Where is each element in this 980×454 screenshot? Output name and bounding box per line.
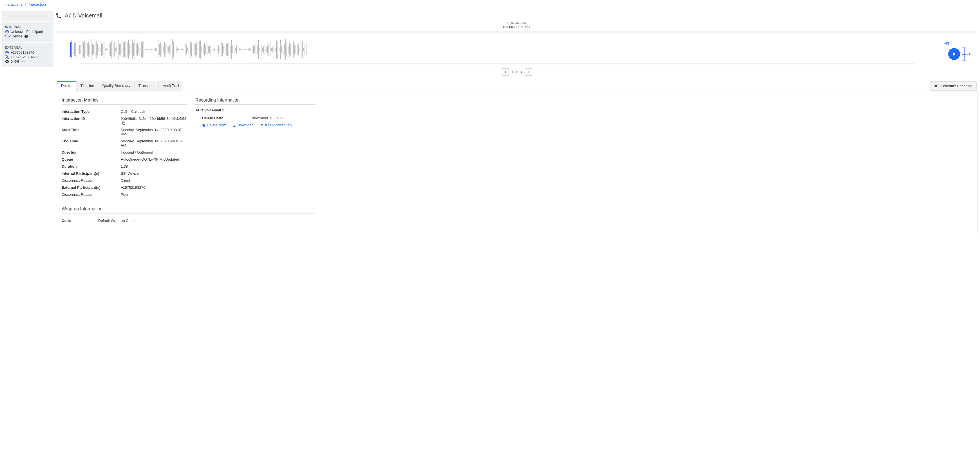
- svg-rect-8: [6, 61, 8, 62]
- wrapup-code-label: Code: [62, 219, 98, 223]
- waveform-scrollbar[interactable]: [80, 63, 915, 64]
- svg-point-1: [6, 31, 8, 32]
- breadcrumb-root-link[interactable]: Interactions: [3, 2, 22, 6]
- delete-now-link[interactable]: Delete Now: [202, 123, 226, 127]
- internal-participant-box: INTERNAL Unknown Participant SIP Device: [2, 22, 54, 42]
- progress-time: 0m 00s / 0m 12s: [57, 25, 976, 29]
- sentiment-neutral-icon: [5, 60, 9, 63]
- keep-label: Keep Indefinitely: [265, 123, 292, 127]
- pager-prev-button[interactable]: [501, 68, 509, 76]
- breadcrumb: Interactions / Interaction: [0, 0, 980, 9]
- breadcrumb-separator: /: [23, 2, 28, 6]
- pager-current: 1: [512, 70, 514, 74]
- page-title: ACD Voicemail: [65, 13, 102, 19]
- sec-unit: s: [513, 25, 515, 29]
- metric-direction-label: Direction: [62, 150, 121, 154]
- tabs: Details Timeline Quality Summary Transcr…: [56, 81, 978, 91]
- internal-heading: INTERNAL: [5, 25, 51, 29]
- min-unit-2: m: [520, 25, 523, 29]
- metric-end-value: Monday, September 14, 2020 9:40:16 AM: [121, 139, 187, 148]
- external-heading: EXTERNAL: [5, 46, 51, 49]
- sentiment-count: 0: [11, 60, 13, 63]
- svg-point-6: [6, 51, 8, 52]
- volume-icon[interactable]: [944, 41, 949, 46]
- whistle-icon: [934, 83, 939, 89]
- delete-date-label: Delete Date:: [202, 116, 251, 120]
- svg-point-11: [938, 84, 939, 84]
- metric-start-value: Monday, September 14, 2020 9:38:37 AM: [121, 128, 187, 136]
- svg-point-10: [937, 84, 937, 85]
- participants-sidebar: INTERNAL Unknown Participant SIP Device …: [2, 11, 54, 233]
- metric-intpart-label: Internal Participant(s): [62, 171, 121, 176]
- delete-date-value: November 13, 2020: [251, 116, 283, 120]
- metric-type-value: Call Callback: [121, 110, 145, 114]
- download-link[interactable]: Download: [232, 123, 254, 127]
- sec-unit-2: s: [528, 25, 530, 29]
- sentiment-pct: 0%: [14, 60, 19, 63]
- progress-bar[interactable]: [57, 31, 976, 33]
- external-raw-number: +15752198276: [11, 51, 34, 55]
- metric-duration-label: Duration: [62, 164, 121, 168]
- total-min: 0: [519, 25, 520, 29]
- metric-type-label: Interaction Type: [62, 110, 121, 114]
- min-unit: m: [505, 25, 508, 29]
- pager-of: of: [515, 70, 519, 74]
- recinfo-heading: Recording Information: [195, 98, 317, 105]
- time-sep: /: [516, 25, 517, 29]
- pager: 1 of 3: [57, 68, 976, 76]
- metric-extdisc-value: Peer: [121, 192, 128, 197]
- internal-device-label: SIP Device: [5, 34, 22, 38]
- tab-transcript[interactable]: Transcript: [134, 81, 159, 91]
- metric-direction-value: Inbound / Outbound: [121, 150, 153, 154]
- metric-queue-label: Queue: [62, 157, 121, 162]
- person-icon: [5, 30, 9, 34]
- copy-icon[interactable]: [121, 121, 126, 125]
- metric-id-label: Interaction ID: [62, 116, 121, 125]
- speed-slider[interactable]: [964, 48, 964, 60]
- schedule-coaching-button[interactable]: Schedule Coaching: [930, 81, 977, 90]
- details-panel: Interaction Metrics Interaction TypeCall…: [56, 91, 978, 233]
- metric-id-value: 9ab46b61-4a2d-420b-bb59-8efff9cb6f52: [121, 116, 186, 121]
- play-button[interactable]: [948, 48, 960, 60]
- info-icon[interactable]: [24, 34, 28, 38]
- current-min: 0: [503, 25, 505, 29]
- tab-quality-summary[interactable]: Quality Summary: [98, 81, 135, 91]
- metric-duration-value: 1:38: [121, 164, 128, 168]
- svg-rect-12: [123, 122, 125, 124]
- phone-icon: [56, 13, 62, 19]
- wrapup-code-value: Default Wrap-up Code: [98, 219, 135, 223]
- metric-queue-value: AutoQueue-iOQ7LwXPjMtcUpdated…: [121, 157, 183, 162]
- tab-audit-trail[interactable]: Audit Trail: [159, 81, 183, 91]
- delete-now-label: Delete Now: [207, 123, 226, 127]
- sentiment-dash: —: [21, 60, 25, 63]
- waveform[interactable]: [69, 37, 926, 62]
- person-icon: [5, 51, 9, 55]
- schedule-coaching-label: Schedule Coaching: [940, 84, 972, 88]
- metric-extpart-value: +15752198276: [121, 186, 145, 190]
- tab-details[interactable]: Details: [57, 81, 76, 91]
- speed-label: x1: [967, 52, 970, 56]
- metric-end-label: End Time: [62, 139, 121, 148]
- recording-name: ACD Voicemail 1: [195, 108, 317, 112]
- wrapup-heading: Wrap-up Information: [62, 206, 315, 213]
- current-sec: 00: [509, 25, 513, 29]
- metric-intdisc-label: Disconnect Reason: [62, 178, 121, 183]
- metric-extdisc-label: Disconnect Reason: [62, 192, 121, 197]
- total-sec: 12: [524, 25, 528, 29]
- download-label: Download: [237, 123, 254, 127]
- svg-point-4: [26, 35, 27, 36]
- keep-indefinitely-link[interactable]: Keep Indefinitely: [260, 123, 292, 127]
- metric-start-label: Start Time: [62, 128, 121, 136]
- pager-next-button[interactable]: [525, 68, 532, 76]
- sidebar-empty-slot: [2, 11, 54, 21]
- player: PROGRESS 0m 00s / 0m 12s: [56, 21, 978, 76]
- tab-timeline[interactable]: Timeline: [76, 81, 99, 91]
- external-participant-box: EXTERNAL +15752198276 +1 575-219-8276 0 …: [2, 43, 54, 67]
- pager-total: 3: [520, 70, 522, 74]
- metric-intpart-value: SIP Device: [121, 171, 139, 176]
- phone-forward-icon: [5, 55, 9, 59]
- breadcrumb-current-link[interactable]: Interaction: [29, 2, 46, 6]
- internal-participant-name: Unknown Participant: [11, 30, 43, 34]
- metrics-heading: Interaction Metrics: [62, 98, 187, 105]
- external-formatted-number: +1 575-219-8276: [11, 55, 38, 59]
